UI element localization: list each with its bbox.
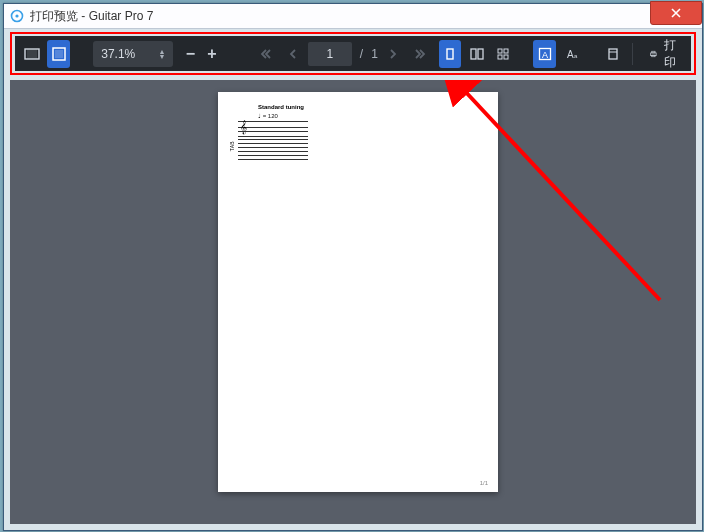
zoom-value: 37.1% (101, 47, 135, 61)
zoom-select[interactable]: 37.1% ▲▼ (93, 41, 173, 67)
svg-rect-12 (504, 55, 508, 59)
chevron-right-icon (387, 47, 399, 61)
svg-rect-10 (504, 49, 508, 53)
grid-view-button[interactable] (492, 40, 514, 68)
last-page-button[interactable] (408, 40, 430, 68)
plus-icon: + (207, 45, 216, 63)
grid-icon (496, 47, 510, 61)
page-separator: / (360, 47, 363, 61)
toolbar-highlight: 37.1% ▲▼ − + / 1 (10, 32, 696, 75)
chevron-left-icon (287, 47, 299, 61)
tab-label: TAB (230, 141, 235, 151)
page-setup-icon (606, 47, 620, 61)
print-label: 打印 (664, 37, 677, 71)
svg-rect-3 (27, 49, 37, 59)
svg-rect-5 (55, 50, 63, 58)
page-preview: Standard tuning ♩ = 120 𝄞 TAB 1/1 (218, 92, 498, 492)
dropdown-arrows-icon: ▲▼ (159, 49, 166, 59)
letter-a-small-icon: Aa (563, 47, 579, 61)
fit-width-button[interactable] (21, 40, 43, 68)
print-button[interactable]: 打印 (641, 40, 685, 68)
fit-page-button[interactable] (47, 40, 69, 68)
two-page-view-button[interactable] (465, 40, 487, 68)
first-page-button[interactable] (255, 40, 277, 68)
single-page-icon (443, 47, 457, 61)
single-page-view-button[interactable] (439, 40, 461, 68)
two-page-icon (469, 47, 485, 61)
close-button[interactable] (650, 1, 702, 25)
window-title: 打印预览 - Guitar Pro 7 (30, 8, 153, 25)
page-setup-button[interactable] (602, 40, 624, 68)
page-total: 1 (371, 47, 378, 61)
music-staff: 𝄞 (238, 121, 308, 137)
svg-rect-8 (478, 49, 483, 59)
svg-rect-7 (471, 49, 476, 59)
treble-clef-icon: 𝄞 (240, 120, 247, 134)
svg-text:a: a (574, 53, 578, 59)
zoom-in-button[interactable]: + (203, 43, 221, 65)
svg-rect-17 (609, 49, 617, 59)
svg-rect-6 (447, 49, 453, 59)
app-icon (10, 9, 24, 23)
text-mode-b-button[interactable]: Aa (560, 40, 582, 68)
printer-icon (649, 47, 658, 61)
svg-text:A: A (542, 49, 548, 59)
tempo-marking: ♩ = 120 (258, 112, 488, 119)
letter-a-boxed-icon: A (538, 47, 552, 61)
svg-rect-19 (652, 51, 655, 53)
svg-point-1 (15, 14, 18, 17)
svg-rect-9 (498, 49, 502, 53)
toolbar: 37.1% ▲▼ − + / 1 (15, 36, 691, 71)
text-mode-a-button[interactable]: A (533, 40, 555, 68)
next-page-button[interactable] (382, 40, 404, 68)
page-footer-number: 1/1 (480, 480, 488, 486)
preview-area[interactable]: Standard tuning ♩ = 120 𝄞 TAB 1/1 (10, 80, 696, 524)
separator (632, 43, 633, 65)
double-chevron-right-icon (413, 47, 427, 61)
svg-text:A: A (567, 49, 574, 60)
titlebar: 打印预览 - Guitar Pro 7 (4, 4, 702, 29)
print-preview-window: 打印预览 - Guitar Pro 7 37.1% ▲ (3, 3, 703, 531)
prev-page-button[interactable] (281, 40, 303, 68)
svg-rect-11 (498, 55, 502, 59)
zoom-out-button[interactable]: − (181, 43, 199, 65)
page-number-input[interactable] (308, 42, 352, 66)
tab-staff: TAB (238, 139, 308, 159)
minus-icon: − (186, 45, 195, 63)
double-chevron-left-icon (259, 47, 273, 61)
fit-page-icon (50, 46, 68, 62)
close-icon (670, 7, 682, 19)
song-title: Standard tuning (258, 104, 488, 110)
fit-width-icon (23, 46, 41, 62)
